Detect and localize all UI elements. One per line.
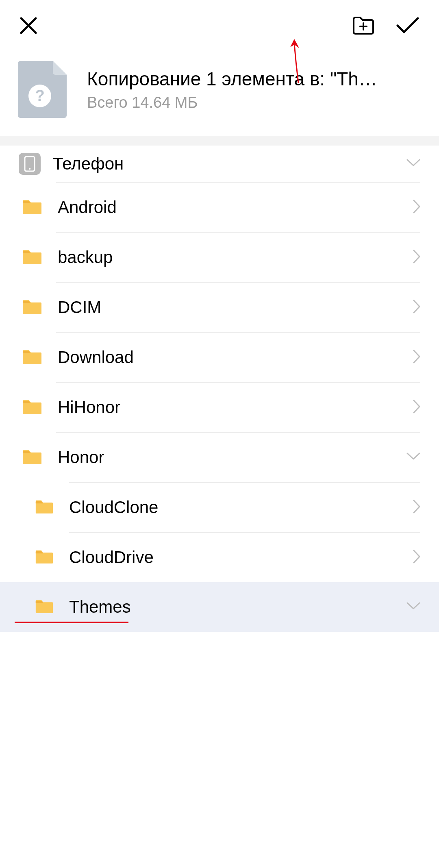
folder-name-label: Android: [58, 198, 413, 217]
folder-icon: [35, 499, 54, 516]
folder-row[interactable]: CloudClone: [0, 483, 439, 532]
folder-icon: [22, 298, 42, 317]
chevron-down-icon: [406, 159, 420, 169]
location-label: Телефон: [53, 154, 394, 174]
folder-name-label: DCIM: [58, 298, 413, 317]
chevron-down-icon: [406, 452, 420, 462]
new-folder-button[interactable]: [352, 16, 375, 35]
folder-icon: [22, 398, 42, 417]
folder-row[interactable]: Honor: [0, 433, 439, 482]
chevron-right-icon: [413, 400, 420, 415]
new-folder-icon: [352, 16, 375, 35]
folder-row[interactable]: Themes: [0, 582, 439, 632]
folder-icon: [22, 448, 42, 467]
chevron-right-icon: [413, 550, 420, 565]
folder-row[interactable]: HiHonor: [0, 383, 439, 432]
folder-icon: [22, 198, 42, 217]
file-thumbnail: ?: [18, 61, 67, 118]
folder-row[interactable]: backup: [0, 233, 439, 282]
section-divider: [0, 136, 439, 146]
chevron-right-icon: [413, 200, 420, 215]
top-bar: [0, 0, 439, 51]
location-row[interactable]: Телефон: [0, 146, 439, 182]
copy-info-subtitle: Всего 14.64 МБ: [87, 94, 421, 111]
copy-info-section: ? Копирование 1 элемента в: "Th… Всего 1…: [0, 51, 439, 136]
unknown-file-icon: ?: [18, 61, 67, 118]
folder-name-label: CloudDrive: [69, 548, 413, 567]
folder-icon: [22, 348, 42, 367]
chevron-right-icon: [413, 350, 420, 365]
folder-icon: [35, 549, 54, 566]
chevron-right-icon: [413, 500, 420, 515]
chevron-right-icon: [413, 300, 420, 315]
folder-name-label: backup: [58, 248, 413, 267]
svg-text:?: ?: [35, 87, 44, 104]
check-icon: [396, 17, 419, 35]
folder-row[interactable]: DCIM: [0, 283, 439, 332]
folder-row[interactable]: Download: [0, 333, 439, 382]
folder-row[interactable]: CloudDrive: [0, 533, 439, 582]
close-button[interactable]: [20, 17, 37, 35]
copy-info-title: Копирование 1 элемента в: "Th…: [87, 68, 421, 90]
confirm-button[interactable]: [396, 17, 419, 35]
phone-badge: [19, 153, 41, 175]
folder-name-label: Honor: [58, 448, 406, 467]
chevron-right-icon: [413, 250, 420, 265]
folder-name-label: Themes: [69, 597, 406, 617]
chevron-down-icon: [406, 602, 420, 612]
folder-list: Android backup DCIM Download HiHonor Hon…: [0, 183, 439, 632]
close-icon: [20, 17, 37, 35]
folder-icon: [22, 248, 42, 267]
folder-name-label: CloudClone: [69, 498, 413, 517]
folder-name-label: Download: [58, 348, 413, 367]
folder-icon: [35, 598, 54, 616]
folder-row[interactable]: Android: [0, 183, 439, 232]
phone-icon: [24, 156, 35, 172]
svg-point-7: [29, 168, 30, 170]
folder-name-label: HiHonor: [58, 398, 413, 417]
